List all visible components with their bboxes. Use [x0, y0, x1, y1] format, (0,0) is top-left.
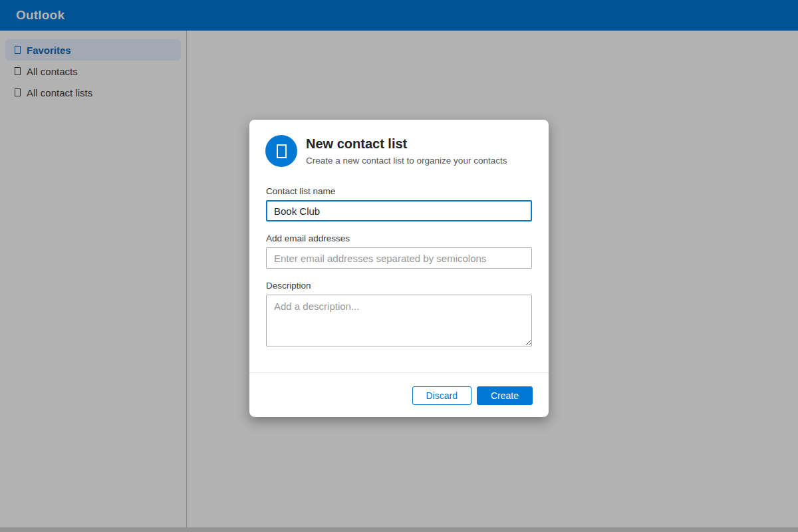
contact-list-name-input[interactable] — [266, 200, 532, 221]
contact-list-icon — [265, 135, 297, 167]
dialog-subtitle: Create a new contact list to organize yo… — [306, 156, 507, 166]
description-label: Description — [266, 281, 532, 291]
dialog-header: New contact list Create a new contact li… — [249, 120, 549, 167]
description-textarea[interactable] — [266, 295, 532, 346]
email-addresses-input[interactable] — [266, 247, 532, 269]
contact-list-name-label: Contact list name — [266, 186, 532, 196]
email-addresses-label: Add email addresses — [266, 233, 532, 243]
dialog-header-text: New contact list Create a new contact li… — [306, 135, 507, 167]
discard-button[interactable]: Discard — [412, 386, 471, 405]
dialog-footer: Discard Create — [249, 372, 549, 417]
dialog-body: Contact list name Add email addresses De… — [249, 186, 549, 349]
contact-list-icon-glyph — [277, 144, 287, 158]
create-button[interactable]: Create — [477, 386, 533, 405]
dialog-title: New contact list — [306, 136, 507, 152]
new-contact-list-dialog: New contact list Create a new contact li… — [249, 120, 549, 417]
app-window: Outlook Favorites All contacts All conta… — [0, 0, 798, 532]
